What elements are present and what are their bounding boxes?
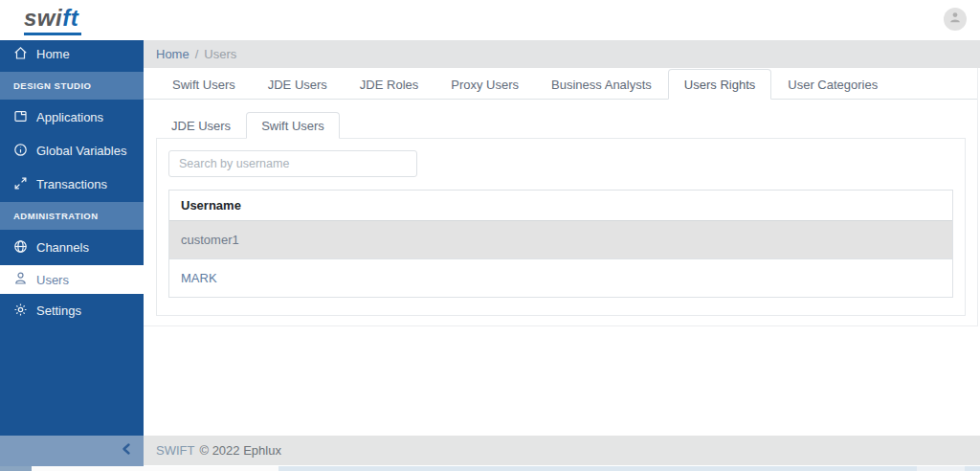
sidebar-item-applications[interactable]: Applications	[0, 103, 144, 131]
table-row[interactable]: MARK	[169, 258, 952, 297]
tab-proxy-users[interactable]: Proxy Users	[434, 69, 535, 100]
sidebar-item-settings[interactable]: Settings	[0, 297, 144, 325]
section-label: DESIGN STUDIO	[13, 80, 91, 91]
expand-icon	[13, 176, 36, 193]
user-icon	[13, 271, 36, 288]
sidebar-item-users[interactable]: Users	[0, 265, 144, 294]
users-table: Username customer1 MARK	[168, 190, 953, 298]
tab-user-categories[interactable]: User Categories	[771, 69, 894, 100]
main-content-card: Swift Users JDE Users JDE Roles Proxy Us…	[144, 68, 978, 326]
sidebar-section-design-studio: DESIGN STUDIO	[0, 72, 144, 100]
horizontal-scrollbar[interactable]	[0, 466, 980, 471]
sidebar-item-label: Transactions	[36, 177, 107, 191]
gear-icon	[13, 303, 36, 320]
column-header-username: Username	[169, 191, 952, 220]
tab-jde-roles[interactable]: JDE Roles	[344, 69, 434, 100]
subtab-swift-users[interactable]: Swift Users	[246, 112, 340, 139]
sidebar-item-home[interactable]: Home	[0, 40, 144, 68]
tab-business-analysts[interactable]: Business Analysts	[535, 69, 668, 100]
table-row[interactable]: customer1	[169, 220, 952, 258]
tab-jde-users[interactable]: JDE Users	[252, 69, 344, 100]
globe-icon	[13, 239, 36, 257]
sidebar: Home DESIGN STUDIO Applications Global V…	[0, 40, 144, 436]
sidebar-collapse-bar[interactable]	[0, 436, 144, 466]
scrollbar-gap	[917, 466, 965, 471]
sidebar-item-label: Applications	[36, 110, 103, 124]
logo-text-gray: swi	[24, 5, 62, 31]
home-icon	[13, 46, 36, 63]
footer-brand: SWIFT	[156, 443, 194, 458]
users-panel: Username customer1 MARK	[156, 138, 966, 316]
scrollbar-corner	[0, 466, 32, 471]
section-label: ADMINISTRATION	[13, 211, 99, 221]
footer-copyright: © 2022 Ephlux	[199, 443, 280, 458]
info-icon	[13, 143, 36, 160]
sidebar-item-label: Channels	[36, 240, 89, 255]
tab-swift-users[interactable]: Swift Users	[156, 69, 252, 100]
sidebar-item-label: Settings	[36, 303, 81, 318]
breadcrumb-current: Users	[204, 47, 236, 61]
person-icon	[948, 11, 962, 28]
breadcrumb: Home / Users	[144, 40, 980, 68]
breadcrumb-home-link[interactable]: Home	[156, 47, 189, 61]
sidebar-item-global-variables[interactable]: Global Variables	[0, 137, 144, 165]
sidebar-section-administration: ADMINISTRATION	[0, 202, 144, 230]
logo-text-blue: ft	[62, 5, 78, 31]
scrollbar-thumb[interactable]	[32, 466, 278, 471]
footer: SWIFT © 2022 Ephlux	[144, 436, 980, 465]
chevron-left-icon	[121, 442, 132, 460]
search-input[interactable]	[168, 150, 417, 177]
sidebar-item-label: Global Variables	[36, 144, 126, 158]
user-avatar[interactable]	[944, 8, 967, 31]
sidebar-item-channels[interactable]: Channels	[0, 234, 144, 261]
sidebar-item-label: Users	[36, 273, 69, 287]
subtab-jde-users[interactable]: JDE Users	[156, 112, 246, 139]
tab-users-rights[interactable]: Users Rights	[668, 69, 771, 100]
swift-logo: swift	[24, 5, 81, 35]
breadcrumb-separator: /	[195, 47, 199, 61]
app-header: swift	[0, 0, 980, 40]
window-icon	[13, 109, 36, 126]
sidebar-item-transactions[interactable]: Transactions	[0, 170, 144, 198]
tab-bar: Swift Users JDE Users JDE Roles Proxy Us…	[144, 68, 977, 100]
subtab-bar: JDE Users Swift Users	[156, 110, 977, 138]
sidebar-item-label: Home	[36, 47, 70, 61]
